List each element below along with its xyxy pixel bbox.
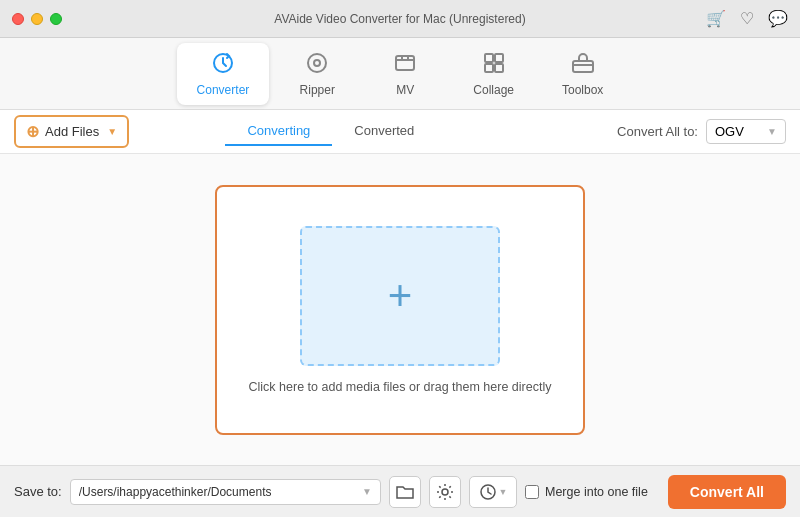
- ripper-icon: [305, 51, 329, 79]
- tab-converting-label: Converting: [247, 123, 310, 138]
- add-files-label: Add Files: [45, 124, 99, 139]
- chat-icon[interactable]: 💬: [768, 9, 788, 28]
- convert-all-label: Convert All to:: [617, 124, 698, 139]
- svg-rect-4: [485, 54, 493, 62]
- drop-zone-text: Click here to add media files or drag th…: [239, 380, 562, 394]
- title-bar: AVAide Video Converter for Mac (Unregist…: [0, 0, 800, 38]
- nav-item-toolbox[interactable]: Toolbox: [542, 43, 623, 105]
- close-button[interactable]: [12, 13, 24, 25]
- save-path-value: /Users/ihappyacethinker/Documents: [79, 485, 272, 499]
- main-content: + Click here to add media files or drag …: [0, 154, 800, 465]
- nav-label-collage: Collage: [473, 83, 514, 97]
- add-files-arrow-icon: ▼: [107, 126, 117, 137]
- add-media-icon: +: [388, 275, 413, 317]
- convert-all-section: Convert All to: OGV ▼: [617, 119, 786, 144]
- minimize-button[interactable]: [31, 13, 43, 25]
- tab-converted[interactable]: Converted: [332, 117, 436, 146]
- mv-icon: [393, 51, 417, 79]
- converter-icon: [211, 51, 235, 79]
- svg-point-2: [314, 60, 320, 66]
- nav-label-ripper: Ripper: [300, 83, 335, 97]
- toolbar: ⊕ Add Files ▼ Converting Converted Conve…: [0, 110, 800, 154]
- plus-icon: ⊕: [26, 122, 39, 141]
- cart-icon[interactable]: 🛒: [706, 9, 726, 28]
- convert-all-button[interactable]: Convert All: [668, 475, 786, 509]
- svg-rect-6: [485, 64, 493, 72]
- tab-converting[interactable]: Converting: [225, 117, 332, 146]
- svg-rect-7: [495, 64, 503, 72]
- merge-label: Merge into one file: [545, 485, 648, 499]
- nav-item-mv[interactable]: MV: [365, 43, 445, 105]
- toolbar-tabs: Converting Converted: [225, 117, 436, 146]
- svg-point-9: [442, 489, 448, 495]
- merge-checkbox-section: Merge into one file: [525, 485, 648, 499]
- window-title: AVAide Video Converter for Mac (Unregist…: [274, 12, 525, 26]
- collage-icon: [482, 51, 506, 79]
- save-path-arrow-icon: ▼: [362, 486, 372, 497]
- nav-item-ripper[interactable]: Ripper: [277, 43, 357, 105]
- svg-point-1: [308, 54, 326, 72]
- format-dropdown[interactable]: OGV ▼: [706, 119, 786, 144]
- drop-zone-inner[interactable]: +: [300, 226, 500, 366]
- title-bar-actions: 🛒 ♡ 💬: [706, 9, 788, 28]
- maximize-button[interactable]: [50, 13, 62, 25]
- tab-converted-label: Converted: [354, 123, 414, 138]
- nav-label-converter: Converter: [197, 83, 250, 97]
- nav-label-toolbox: Toolbox: [562, 83, 603, 97]
- svg-rect-5: [495, 54, 503, 62]
- toolbox-icon: [571, 51, 595, 79]
- settings-icon-button[interactable]: [429, 476, 461, 508]
- svg-rect-8: [573, 61, 593, 72]
- format-value: OGV: [715, 124, 744, 139]
- nav-item-collage[interactable]: Collage: [453, 43, 534, 105]
- export-icon-button[interactable]: ▼: [469, 476, 517, 508]
- nav-item-converter[interactable]: Converter: [177, 43, 270, 105]
- save-path-dropdown[interactable]: /Users/ihappyacethinker/Documents ▼: [70, 479, 381, 505]
- add-files-button[interactable]: ⊕ Add Files ▼: [14, 115, 129, 148]
- folder-icon-button[interactable]: [389, 476, 421, 508]
- nav-bar: Converter Ripper MV: [0, 38, 800, 110]
- footer: Save to: /Users/ihappyacethinker/Documen…: [0, 465, 800, 517]
- drop-zone-outer: + Click here to add media files or drag …: [215, 185, 585, 435]
- format-dropdown-arrow: ▼: [767, 126, 777, 137]
- user-icon[interactable]: ♡: [740, 9, 754, 28]
- traffic-lights: [12, 13, 62, 25]
- nav-label-mv: MV: [396, 83, 414, 97]
- svg-rect-3: [396, 56, 414, 70]
- save-to-label: Save to:: [14, 484, 62, 499]
- merge-checkbox[interactable]: [525, 485, 539, 499]
- export-arrow-icon: ▼: [499, 487, 508, 497]
